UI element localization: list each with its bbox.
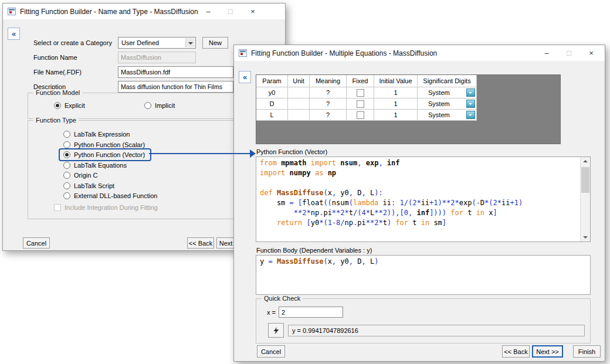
radio-dot-icon <box>63 141 70 148</box>
collapse-panel-button[interactable]: « <box>8 28 20 40</box>
finish-button[interactable]: Finish <box>573 345 601 358</box>
cell-initial-value[interactable]: 1 <box>374 87 418 98</box>
radio-dot-icon <box>63 162 70 169</box>
back-button[interactable]: << Back <box>502 345 530 358</box>
new-category-button[interactable]: New <box>202 37 228 49</box>
cell-unit[interactable] <box>288 87 310 98</box>
parameter-grid: Param Unit Meaning Fixed Initial Value S… <box>256 75 477 121</box>
quick-check-group: Quick Check x = y = 0.99417047892616 <box>256 298 591 343</box>
radio-labtalk-equations[interactable]: LabTalk Equations <box>63 162 127 169</box>
category-combobox[interactable]: User Defined <box>118 37 196 49</box>
maximize-icon[interactable]: □ <box>226 4 235 19</box>
table-header-row: Param Unit Meaning Fixed Initial Value S… <box>256 75 477 87</box>
quick-check-result: y = 0.99417047892616 <box>288 325 585 336</box>
back-button[interactable]: << Back <box>187 237 214 249</box>
checkbox-icon <box>54 204 61 211</box>
header-meaning: Meaning <box>310 75 347 87</box>
cell-significant-digits[interactable]: System <box>418 87 477 98</box>
radio-label: Explicit <box>65 102 85 109</box>
digits-value: System <box>428 100 450 107</box>
include-integration-checkbox: Include Integration During Fitting <box>54 204 158 211</box>
titlebar[interactable]: Fitting Function Builder - Multiple Equa… <box>234 45 605 61</box>
x-label: x = <box>267 309 276 316</box>
x-value-field[interactable] <box>279 307 343 318</box>
radio-label: Implicit <box>155 102 175 109</box>
cell-significant-digits[interactable]: System <box>418 110 477 121</box>
scroll-up-icon[interactable] <box>581 157 590 166</box>
cell-unit[interactable] <box>288 110 310 121</box>
cell-initial-value[interactable]: 1 <box>374 98 418 110</box>
cell-meaning[interactable]: ? <box>310 98 347 110</box>
function-body-editor[interactable]: y = MassDiffuse(x, y0, D, L) <box>256 255 591 295</box>
cancel-button[interactable]: Cancel <box>23 237 50 249</box>
cell-significant-digits[interactable]: System <box>418 98 477 110</box>
fixed-checkbox[interactable] <box>357 100 364 108</box>
evaluate-button[interactable] <box>268 323 284 338</box>
function-body-content[interactable]: y = MassDiffuse(x, y0, D, L) <box>256 256 590 294</box>
radio-python-function-scalar[interactable]: Python Function (Scalar) <box>63 141 145 148</box>
radio-labtalk-script[interactable]: LabTalk Script <box>63 182 114 189</box>
radio-python-function-vector[interactable]: Python Function (Vector) <box>63 151 145 158</box>
radio-dot-icon <box>63 192 70 199</box>
checkbox-label: Include Integration During Fitting <box>65 204 158 211</box>
vertical-scrollbar[interactable] <box>580 157 590 241</box>
python-code-content[interactable]: from mpmath import nsum, exp, infimport … <box>256 157 580 241</box>
annotation-arrow-line <box>149 153 250 154</box>
file-name-field[interactable] <box>118 66 233 78</box>
function-type-legend: Function Type <box>33 117 79 124</box>
digits-dropdown-icon[interactable] <box>466 89 475 97</box>
minimize-icon[interactable]: – <box>543 45 551 61</box>
cell-param[interactable]: D <box>256 98 288 110</box>
cell-unit[interactable] <box>288 98 310 110</box>
radio-labtalk-expression[interactable]: LabTalk Expression <box>63 131 130 138</box>
radio-implicit[interactable]: Implicit <box>144 102 175 109</box>
radio-explicit[interactable]: Explicit <box>54 102 85 109</box>
cell-param[interactable]: y0 <box>256 87 288 98</box>
cell-fixed <box>347 110 374 121</box>
fixed-checkbox[interactable] <box>357 89 364 97</box>
header-initial-value: Initial Value <box>374 75 418 87</box>
close-icon[interactable]: × <box>249 4 257 19</box>
fixed-checkbox[interactable] <box>357 111 364 119</box>
combobox-dropdown-icon[interactable] <box>185 38 195 47</box>
file-name-label: File Name(.FDF) <box>33 69 82 76</box>
radio-dot-icon <box>54 102 61 109</box>
radio-external-dll-function[interactable]: External DLL-based Function <box>63 192 157 199</box>
function-model-group: Function Model Explicit Implicit <box>28 93 257 119</box>
cell-meaning[interactable]: ? <box>310 87 347 98</box>
description-field[interactable] <box>118 81 233 93</box>
radio-origin-c[interactable]: Origin C <box>63 172 97 179</box>
multiple-equations-dialog: Fitting Function Builder - Multiple Equa… <box>233 45 605 362</box>
origin-dialog-icon <box>8 8 16 15</box>
cell-meaning[interactable]: ? <box>310 110 347 121</box>
quick-check-legend: Quick Check <box>262 295 303 302</box>
scroll-down-icon[interactable] <box>581 232 590 241</box>
radio-dot-icon <box>63 131 70 138</box>
table-row: y0 ? 1 System <box>256 87 477 98</box>
window-controls: – □ × <box>204 4 257 19</box>
cancel-button[interactable]: Cancel <box>257 345 285 358</box>
window-controls: – □ × <box>543 45 595 61</box>
function-model-legend: Function Model <box>33 89 82 96</box>
radio-label: LabTalk Script <box>74 182 114 189</box>
radio-dot-icon <box>63 172 70 179</box>
digits-dropdown-icon[interactable] <box>466 111 475 119</box>
collapse-panel-button[interactable]: « <box>239 71 251 83</box>
lightning-icon <box>272 326 280 335</box>
cell-param[interactable]: L <box>256 110 288 121</box>
cell-fixed <box>347 98 374 110</box>
close-icon[interactable]: × <box>587 45 595 61</box>
cell-initial-value[interactable]: 1 <box>374 110 418 121</box>
minimize-icon[interactable]: – <box>204 4 212 19</box>
python-code-editor[interactable]: from mpmath import nsum, exp, infimport … <box>256 157 591 242</box>
radio-dot-icon <box>63 151 70 158</box>
maximize-icon[interactable]: □ <box>565 45 573 61</box>
titlebar[interactable]: Fitting Function Builder - Name and Type… <box>3 4 285 19</box>
radio-label: Python Function (Vector) <box>74 151 145 158</box>
python-section-label: Python Function (Vector) <box>256 148 327 155</box>
scrollbar-thumb[interactable] <box>581 167 589 193</box>
radio-label: Python Function (Scalar) <box>74 141 145 148</box>
radio-label: LabTalk Expression <box>74 131 130 138</box>
digits-dropdown-icon[interactable] <box>466 100 475 108</box>
next-button[interactable]: Next >> <box>532 345 563 358</box>
